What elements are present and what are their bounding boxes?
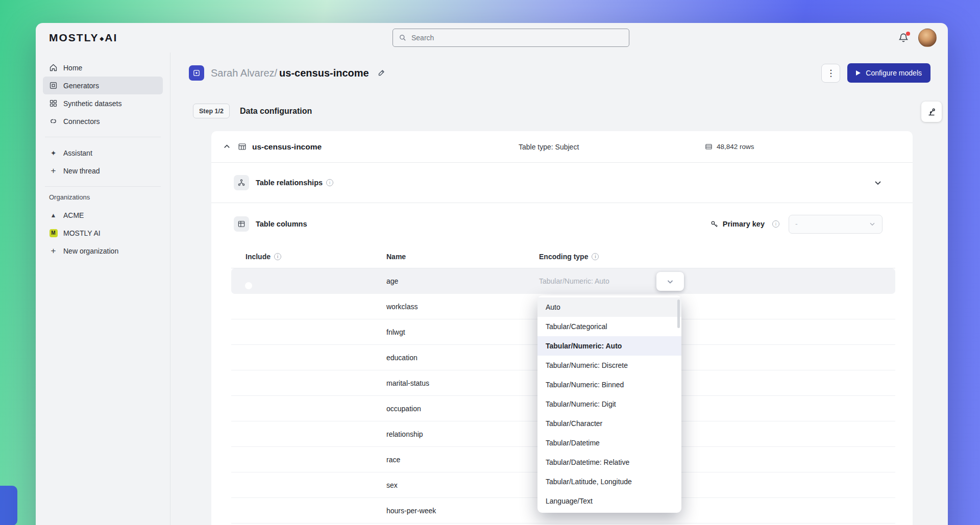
background-decoration <box>0 486 17 525</box>
dropdown-option-numeric-discrete[interactable]: Tabular/Numeric: Discrete <box>537 356 681 375</box>
sidebar-item-label: ACME <box>63 211 84 219</box>
table-relationships-section[interactable]: Table relationships i <box>211 163 913 203</box>
column-name: hours-per-week <box>386 507 539 515</box>
home-icon <box>49 63 58 72</box>
search-input[interactable] <box>411 34 623 42</box>
sidebar-item-synthetic-datasets[interactable]: Synthetic datasets <box>43 94 163 112</box>
dropdown-option-numeric-auto[interactable]: Tabular/Numeric: Auto <box>537 336 681 356</box>
sidebar-item-label: Generators <box>63 82 99 90</box>
table-columns-icon <box>234 216 249 232</box>
topbar-actions <box>898 23 937 53</box>
logo-diamond-icon: ◆ <box>100 36 104 41</box>
info-icon: i <box>326 179 333 186</box>
step-title: Data configuration <box>240 107 312 116</box>
relationships-label: Table relationships <box>256 179 323 187</box>
table-columns-section: Table columns Primary key i - <box>211 203 913 245</box>
page-title: us-census-income <box>279 67 369 79</box>
primary-key-group: Primary key i - <box>710 215 883 234</box>
primary-key-select[interactable]: - <box>789 215 883 234</box>
dropdown-option-datetime-relative[interactable]: Tabular/Datetime: Relative <box>537 453 681 472</box>
rows-icon <box>705 143 713 151</box>
column-name: sex <box>386 481 539 489</box>
model-configuration-button[interactable] <box>921 102 942 122</box>
table-columns-label: Table columns <box>256 220 307 228</box>
acme-logo-icon: ▲ <box>49 211 58 219</box>
key-icon <box>710 220 719 229</box>
app-window: MOSTLY ◆ AI <box>36 23 948 525</box>
mostly-ai-org-icon: M <box>49 229 58 237</box>
sidebar-item-org-mostly-ai[interactable]: M MOSTLY AI <box>43 224 163 242</box>
notifications-button[interactable] <box>898 32 909 43</box>
dropdown-option-lat-long[interactable]: Tabular/Latitude, Longitude <box>537 472 681 491</box>
encoding-value: Tabular/Numeric: Auto <box>539 277 609 285</box>
top-bar: MOSTLY ◆ AI <box>36 23 948 53</box>
sidebar-divider <box>45 137 161 137</box>
logo-text-left: MOSTLY <box>49 32 99 44</box>
dropdown-option-numeric-digit[interactable]: Tabular/Numeric: Digit <box>537 394 681 414</box>
sidebar-item-label: Home <box>63 64 82 72</box>
sidebar-item-label: New organization <box>63 247 118 255</box>
sidebar-item-new-thread[interactable]: + New thread <box>43 162 163 180</box>
sidebar-item-label: Synthetic datasets <box>63 99 121 108</box>
dropdown-option-numeric-binned[interactable]: Tabular/Numeric: Binned <box>537 375 681 394</box>
organizations-heading: Organizations <box>49 193 157 201</box>
table-row-age: age Tabular/Numeric: Auto <box>231 268 895 294</box>
name-header: Name <box>386 253 406 261</box>
info-icon: i <box>274 253 281 260</box>
column-name: education <box>386 354 539 362</box>
sidebar-item-label: Assistant <box>63 149 92 157</box>
encoding-select-trigger[interactable] <box>656 272 684 291</box>
breadcrumb: Sarah Alvarez/ us-census-income ⋮ Config… <box>189 63 930 83</box>
sidebar-item-label: New thread <box>63 167 100 175</box>
column-name: workclass <box>386 303 539 311</box>
sidebar-item-connectors[interactable]: Connectors <box>43 112 163 130</box>
more-options-button[interactable]: ⋮ <box>821 64 840 83</box>
dropdown-option-auto[interactable]: Auto <box>537 297 681 317</box>
sidebar-item-org-acme[interactable]: ▲ ACME <box>43 206 163 224</box>
configure-models-button[interactable]: Configure models <box>847 63 930 83</box>
dropdown-option-datetime[interactable]: Tabular/Datetime <box>537 433 681 453</box>
main-content: Sarah Alvarez/ us-census-income ⋮ Config… <box>170 53 948 525</box>
info-icon: i <box>772 220 779 228</box>
step-bar: Step 1/2 Data configuration <box>193 104 312 118</box>
desktop-background: MOSTLY ◆ AI <box>0 0 980 525</box>
sidebar-item-new-organization[interactable]: + New organization <box>43 242 163 260</box>
encoding-dropdown-menu: Auto Tabular/Categorical Tabular/Numeric… <box>537 295 681 513</box>
sidebar-item-home[interactable]: Home <box>43 59 163 77</box>
column-name: age <box>386 277 539 285</box>
plus-icon: + <box>49 166 58 175</box>
dropdown-option-character[interactable]: Tabular/Character <box>537 414 681 433</box>
kebab-icon: ⋮ <box>826 68 835 79</box>
connectors-icon <box>49 117 58 126</box>
dropdown-option-language-text[interactable]: Language/Text <box>537 491 681 511</box>
table-type-label: Table type: Subject <box>519 143 579 151</box>
collapse-chevron-icon[interactable] <box>223 143 231 151</box>
sidebar-item-assistant[interactable]: ✦ Assistant <box>43 144 163 162</box>
table-header: us-census-income Table type: Subject 48,… <box>211 131 913 163</box>
search-bar[interactable] <box>393 29 629 47</box>
column-name: fnlwgt <box>386 328 539 336</box>
edit-name-icon[interactable] <box>377 68 386 78</box>
expand-chevron-icon[interactable] <box>874 179 882 187</box>
model-arm-icon <box>926 107 937 117</box>
sidebar-item-generators[interactable]: Generators <box>43 77 163 94</box>
notification-dot <box>906 32 910 36</box>
chevron-down-icon <box>869 220 876 228</box>
dropdown-option-categorical[interactable]: Tabular/Categorical <box>537 317 681 336</box>
column-name: occupation <box>386 405 539 413</box>
column-name: relationship <box>386 430 539 438</box>
dropdown-scrollbar[interactable] <box>677 299 680 328</box>
column-name: marital-status <box>386 379 539 387</box>
sidebar-divider <box>45 186 161 187</box>
datasets-icon <box>49 99 58 108</box>
info-icon: i <box>592 253 599 260</box>
table-icon <box>238 142 247 151</box>
relationships-icon <box>234 175 249 190</box>
column-name: race <box>386 456 539 464</box>
sidebar-item-label: Connectors <box>63 117 100 126</box>
breadcrumb-owner[interactable]: Sarah Alvarez/ <box>211 67 277 79</box>
columns-table-header: Includei Name Encoding typei <box>231 245 895 268</box>
row-count: 48,842 rows <box>705 143 754 151</box>
plus-icon: + <box>49 246 58 255</box>
user-avatar[interactable] <box>918 29 937 47</box>
